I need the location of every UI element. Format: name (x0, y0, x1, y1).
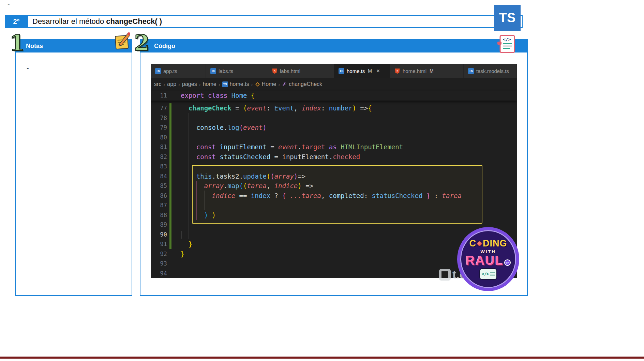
ts-file-icon: TS (210, 68, 216, 74)
typescript-logo: TS (494, 5, 521, 31)
indent-guide (189, 113, 189, 239)
git-gutter (169, 181, 171, 191)
raul-o-dot-icon (477, 241, 482, 246)
git-gutter (169, 152, 171, 162)
line-number: 77 (151, 103, 167, 113)
code-line-80: 80 (151, 133, 517, 142)
method-symbol-icon (282, 82, 287, 87)
git-gutter (169, 162, 171, 171)
html-file-icon: 5 (394, 68, 400, 74)
breadcrumb-item-Home[interactable]: Home (255, 81, 276, 87)
breadcrumb-separator: › (251, 81, 253, 87)
class-symbol-icon (255, 82, 260, 87)
bottom-accent-bar (0, 357, 644, 359)
breadcrumb-label: home.ts (230, 81, 249, 87)
ts-file-icon: TS (468, 68, 474, 74)
step-badge: 2° (5, 15, 28, 28)
git-gutter (169, 210, 171, 220)
breadcrumb-item-pages[interactable]: pages (182, 81, 197, 87)
breadcrumb-separator: › (199, 81, 201, 87)
line-number: 92 (151, 249, 167, 259)
notes-panel-title: Notas (26, 43, 43, 50)
line-number: 83 (151, 162, 167, 171)
code-line-79: 79 console.log(event) (151, 123, 517, 133)
tab-label: app.ts (163, 68, 177, 74)
line-number: 81 (151, 142, 167, 152)
line-number: 84 (151, 171, 167, 181)
git-gutter (169, 113, 171, 123)
tab-label: labs.html (280, 68, 300, 74)
code-text: this.tasks2.update((array)=> (181, 171, 305, 181)
code-line-88: 88 ) ) (151, 210, 517, 220)
raul-sr-badge: SR (504, 259, 511, 266)
tab-labs.html[interactable]: 5labs.html (267, 64, 334, 78)
svg-text:5: 5 (274, 70, 275, 73)
code-panel-title: Código (154, 43, 175, 50)
notes-content-dash: - (27, 64, 29, 72)
breadcrumb-item-home.ts[interactable]: TShome.ts (222, 81, 249, 87)
line-number: 88 (151, 210, 167, 220)
breadcrumb-item-changeCheck[interactable]: changeCheck (282, 81, 322, 87)
code-text: } (181, 239, 192, 249)
code-line-87: 87 (151, 200, 517, 210)
code-text: ) ) (181, 210, 216, 220)
git-gutter (169, 171, 171, 181)
tab-app.ts[interactable]: TSapp.ts (151, 64, 206, 78)
git-gutter (169, 220, 171, 230)
ts-file-icon: TS (222, 81, 228, 87)
breadcrumb-label: home (203, 81, 216, 87)
line-number: 79 (151, 123, 167, 133)
line-number: 87 (151, 200, 167, 210)
indent-guide-active (196, 181, 197, 220)
line-number: 85 (151, 181, 167, 191)
code-line-82: 82 const statusChecked = inputElement.ch… (151, 152, 517, 162)
memo-icon (113, 32, 132, 53)
git-gutter (169, 133, 171, 142)
line-number: 86 (151, 191, 167, 201)
sticky-scroll-line: 11export class Home { (151, 91, 517, 101)
git-gutter (169, 239, 171, 249)
code-line-86: 86 indice == index ? { ...tarea, complet… (151, 191, 517, 201)
html-file-icon: 5 (272, 68, 278, 74)
raul-logo-name: RAUL (466, 255, 504, 267)
git-gutter (169, 259, 171, 269)
slide-title-text: Desarrollar el método (32, 17, 104, 26)
tab-label: labs.ts (219, 68, 233, 74)
raul-code-window-icon: </> (479, 268, 497, 280)
tab-home.html[interactable]: 5home.htmlM (390, 64, 464, 78)
git-gutter (169, 191, 171, 201)
tab-task.models.ts[interactable]: TStask.models.ts (464, 64, 517, 78)
close-icon[interactable]: × (376, 67, 380, 74)
tab-home.ts[interactable]: TShome.tsM× (334, 64, 390, 78)
git-gutter (169, 230, 171, 240)
code-text: export class Home { (181, 91, 255, 101)
breadcrumb-separator: › (178, 81, 180, 87)
git-gutter (169, 142, 171, 152)
tab-labs.ts[interactable]: TSlabs.ts (206, 64, 267, 78)
line-number: 82 (151, 152, 167, 162)
breadcrumb-label: Home (262, 81, 276, 87)
tab-label: home.html (403, 68, 426, 74)
tab-label: task.models.ts (476, 68, 509, 74)
git-gutter (169, 91, 171, 101)
code-text: const statusChecked = inputElement.check… (181, 152, 360, 162)
raul-logo-name-row: RAUL SR (466, 255, 511, 267)
code-line-78: 78 (151, 113, 517, 123)
breadcrumb-item-src[interactable]: src (154, 81, 161, 87)
breadcrumb-item-home[interactable]: home (203, 81, 216, 87)
tab-label: home.ts (347, 68, 365, 74)
ts-file-icon: TS (339, 68, 344, 74)
code-line-90: 90 (151, 230, 517, 240)
raul-coding-ding: DING (483, 238, 507, 249)
code-text: const inputElement = event.target as HTM… (181, 142, 403, 152)
code-line-83: 83 (151, 162, 517, 171)
editor-tab-bar: TSapp.tsTSlabs.ts5labs.htmlTShome.tsM×5h… (151, 64, 517, 78)
git-gutter (169, 123, 171, 133)
git-gutter (169, 269, 171, 279)
line-number: 93 (151, 259, 167, 269)
svg-text:5: 5 (396, 70, 398, 73)
raul-coding-c: C (469, 238, 477, 249)
line-number: 11 (151, 91, 167, 101)
breadcrumb-item-app[interactable]: app (167, 81, 176, 87)
svg-text:</>: </> (503, 37, 511, 42)
